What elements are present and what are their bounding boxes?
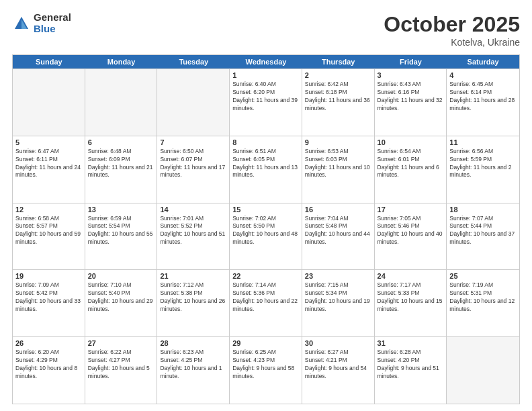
weekday-header-monday: Monday xyxy=(85,55,158,68)
location: Kotelva, Ukraine xyxy=(384,37,520,48)
day-number: 26 xyxy=(15,339,82,347)
calendar-row-0: 1Sunrise: 6:40 AM Sunset: 6:20 PM Daylig… xyxy=(13,68,519,136)
calendar-cell-19: 19Sunrise: 7:09 AM Sunset: 5:42 PM Dayli… xyxy=(13,270,85,336)
day-info: Sunrise: 6:58 AM Sunset: 5:57 PM Dayligh… xyxy=(15,215,82,247)
calendar-cell-24: 24Sunrise: 7:17 AM Sunset: 5:33 PM Dayli… xyxy=(375,270,447,336)
calendar-cell-30: 30Sunrise: 6:27 AM Sunset: 4:21 PM Dayli… xyxy=(302,337,375,404)
day-info: Sunrise: 6:51 AM Sunset: 6:05 PM Dayligh… xyxy=(232,148,299,180)
day-number: 19 xyxy=(15,272,82,280)
day-info: Sunrise: 6:28 AM Sunset: 4:20 PM Dayligh… xyxy=(378,349,444,381)
day-info: Sunrise: 7:02 AM Sunset: 5:50 PM Dayligh… xyxy=(232,215,299,247)
day-info: Sunrise: 6:25 AM Sunset: 4:23 PM Dayligh… xyxy=(232,349,299,381)
day-number: 1 xyxy=(232,71,299,79)
day-number: 14 xyxy=(160,205,226,214)
weekday-header-thursday: Thursday xyxy=(302,55,375,68)
day-info: Sunrise: 7:10 AM Sunset: 5:40 PM Dayligh… xyxy=(88,281,154,314)
header: General Blue October 2025 Kotelva, Ukrai… xyxy=(12,12,520,48)
day-info: Sunrise: 7:12 AM Sunset: 5:38 PM Dayligh… xyxy=(160,281,226,314)
calendar-cell-22: 22Sunrise: 7:14 AM Sunset: 5:36 PM Dayli… xyxy=(230,270,302,336)
day-number: 6 xyxy=(88,138,154,146)
day-info: Sunrise: 7:19 AM Sunset: 5:31 PM Dayligh… xyxy=(449,281,517,314)
weekday-header-sunday: Sunday xyxy=(13,55,85,68)
calendar-cell-empty-0-1 xyxy=(85,69,158,136)
day-info: Sunrise: 6:40 AM Sunset: 6:20 PM Dayligh… xyxy=(232,81,299,113)
day-info: Sunrise: 6:20 AM Sunset: 4:29 PM Dayligh… xyxy=(15,349,82,381)
logo-blue: Blue xyxy=(34,24,71,35)
calendar-cell-3: 3Sunrise: 6:43 AM Sunset: 6:16 PM Daylig… xyxy=(375,69,447,136)
calendar-cell-empty-0-0 xyxy=(13,69,85,136)
calendar-cell-4: 4Sunrise: 6:45 AM Sunset: 6:14 PM Daylig… xyxy=(447,69,519,136)
calendar-body: 1Sunrise: 6:40 AM Sunset: 6:20 PM Daylig… xyxy=(13,68,519,404)
calendar-cell-14: 14Sunrise: 7:01 AM Sunset: 5:52 PM Dayli… xyxy=(157,203,230,270)
calendar-cell-21: 21Sunrise: 7:12 AM Sunset: 5:38 PM Dayli… xyxy=(157,270,230,336)
day-info: Sunrise: 7:09 AM Sunset: 5:42 PM Dayligh… xyxy=(15,281,82,314)
day-info: Sunrise: 7:05 AM Sunset: 5:46 PM Dayligh… xyxy=(378,215,444,247)
day-info: Sunrise: 6:53 AM Sunset: 6:03 PM Dayligh… xyxy=(305,148,371,180)
day-number: 18 xyxy=(449,205,517,214)
day-number: 23 xyxy=(305,272,371,280)
day-number: 12 xyxy=(15,205,82,214)
calendar-cell-16: 16Sunrise: 7:04 AM Sunset: 5:48 PM Dayli… xyxy=(302,203,375,270)
day-info: Sunrise: 6:56 AM Sunset: 5:59 PM Dayligh… xyxy=(449,148,517,180)
page: General Blue October 2025 Kotelva, Ukrai… xyxy=(0,0,532,411)
calendar-cell-13: 13Sunrise: 6:59 AM Sunset: 5:54 PM Dayli… xyxy=(85,203,158,270)
calendar-cell-6: 6Sunrise: 6:48 AM Sunset: 6:09 PM Daylig… xyxy=(85,136,158,203)
day-number: 8 xyxy=(232,138,299,146)
day-info: Sunrise: 6:48 AM Sunset: 6:09 PM Dayligh… xyxy=(88,148,154,180)
calendar: SundayMondayTuesdayWednesdayThursdayFrid… xyxy=(12,54,520,404)
logo-text: General Blue xyxy=(34,12,71,34)
month-title: October 2025 xyxy=(384,12,520,37)
day-info: Sunrise: 6:22 AM Sunset: 4:27 PM Dayligh… xyxy=(88,349,154,381)
day-info: Sunrise: 7:15 AM Sunset: 5:34 PM Dayligh… xyxy=(305,281,371,314)
calendar-row-4: 26Sunrise: 6:20 AM Sunset: 4:29 PM Dayli… xyxy=(13,336,519,404)
day-number: 29 xyxy=(232,339,299,347)
calendar-cell-empty-0-2 xyxy=(157,69,230,136)
calendar-cell-23: 23Sunrise: 7:15 AM Sunset: 5:34 PM Dayli… xyxy=(302,270,375,336)
title-block: October 2025 Kotelva, Ukraine xyxy=(384,12,520,48)
calendar-cell-5: 5Sunrise: 6:47 AM Sunset: 6:11 PM Daylig… xyxy=(13,136,85,203)
day-number: 4 xyxy=(449,71,517,79)
day-number: 25 xyxy=(449,272,517,280)
day-info: Sunrise: 7:07 AM Sunset: 5:44 PM Dayligh… xyxy=(449,215,517,247)
weekday-header-friday: Friday xyxy=(375,55,447,68)
day-info: Sunrise: 6:23 AM Sunset: 4:25 PM Dayligh… xyxy=(160,349,226,381)
calendar-cell-17: 17Sunrise: 7:05 AM Sunset: 5:46 PM Dayli… xyxy=(375,203,447,270)
day-number: 15 xyxy=(232,205,299,214)
calendar-cell-31: 31Sunrise: 6:28 AM Sunset: 4:20 PM Dayli… xyxy=(375,337,447,404)
calendar-cell-1: 1Sunrise: 6:40 AM Sunset: 6:20 PM Daylig… xyxy=(230,69,302,136)
day-info: Sunrise: 6:43 AM Sunset: 6:16 PM Dayligh… xyxy=(378,81,444,113)
day-info: Sunrise: 7:04 AM Sunset: 5:48 PM Dayligh… xyxy=(305,215,371,247)
day-number: 17 xyxy=(378,205,444,214)
day-number: 24 xyxy=(378,272,444,280)
day-number: 10 xyxy=(378,138,444,146)
calendar-cell-12: 12Sunrise: 6:58 AM Sunset: 5:57 PM Dayli… xyxy=(13,203,85,270)
day-number: 27 xyxy=(88,339,154,347)
day-info: Sunrise: 7:01 AM Sunset: 5:52 PM Dayligh… xyxy=(160,215,226,247)
day-info: Sunrise: 6:54 AM Sunset: 6:01 PM Dayligh… xyxy=(378,148,444,180)
day-number: 11 xyxy=(449,138,517,146)
day-info: Sunrise: 7:17 AM Sunset: 5:33 PM Dayligh… xyxy=(378,281,444,314)
calendar-row-2: 12Sunrise: 6:58 AM Sunset: 5:57 PM Dayli… xyxy=(13,203,519,270)
day-info: Sunrise: 6:59 AM Sunset: 5:54 PM Dayligh… xyxy=(88,215,154,247)
day-number: 30 xyxy=(305,339,371,347)
day-info: Sunrise: 6:50 AM Sunset: 6:07 PM Dayligh… xyxy=(160,148,226,180)
logo-general: General xyxy=(34,12,71,24)
calendar-cell-11: 11Sunrise: 6:56 AM Sunset: 5:59 PM Dayli… xyxy=(447,136,519,203)
weekday-header-tuesday: Tuesday xyxy=(157,55,230,68)
day-number: 13 xyxy=(88,205,154,214)
day-number: 20 xyxy=(88,272,154,280)
day-number: 9 xyxy=(305,138,371,146)
calendar-cell-2: 2Sunrise: 6:42 AM Sunset: 6:18 PM Daylig… xyxy=(302,69,375,136)
day-info: Sunrise: 6:27 AM Sunset: 4:21 PM Dayligh… xyxy=(305,349,371,381)
calendar-cell-26: 26Sunrise: 6:20 AM Sunset: 4:29 PM Dayli… xyxy=(13,337,85,404)
day-number: 2 xyxy=(305,71,371,79)
day-info: Sunrise: 7:14 AM Sunset: 5:36 PM Dayligh… xyxy=(232,281,299,314)
day-info: Sunrise: 6:42 AM Sunset: 6:18 PM Dayligh… xyxy=(305,81,371,113)
calendar-row-1: 5Sunrise: 6:47 AM Sunset: 6:11 PM Daylig… xyxy=(13,136,519,203)
calendar-cell-9: 9Sunrise: 6:53 AM Sunset: 6:03 PM Daylig… xyxy=(302,136,375,203)
day-number: 5 xyxy=(15,138,82,146)
calendar-cell-29: 29Sunrise: 6:25 AM Sunset: 4:23 PM Dayli… xyxy=(230,337,302,404)
day-number: 22 xyxy=(232,272,299,280)
day-number: 16 xyxy=(305,205,371,214)
calendar-cell-18: 18Sunrise: 7:07 AM Sunset: 5:44 PM Dayli… xyxy=(447,203,519,270)
